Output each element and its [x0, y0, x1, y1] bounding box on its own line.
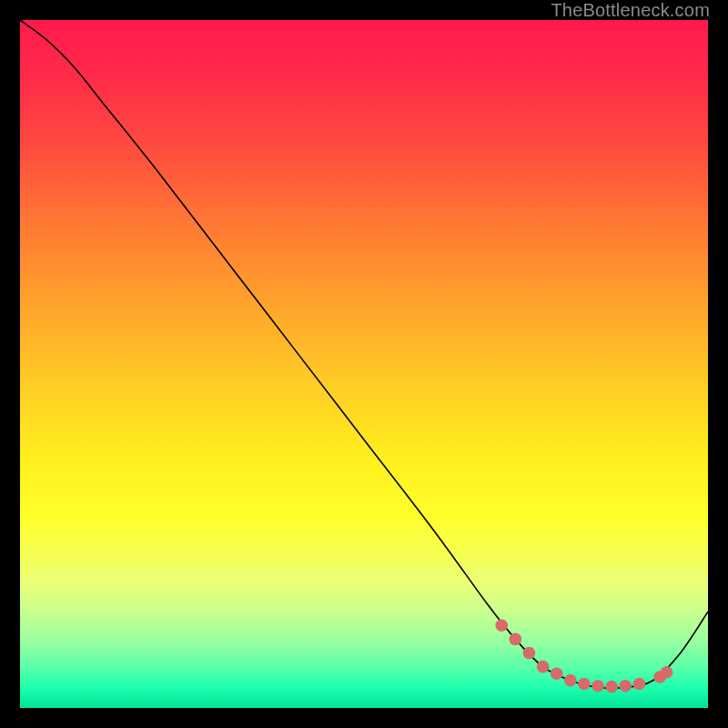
highlight-dot — [564, 674, 577, 687]
highlight-dot — [578, 678, 591, 691]
highlight-dot — [605, 681, 618, 693]
watermark-text: TheBottleneck.com — [551, 0, 710, 21]
highlight-dot — [551, 667, 563, 680]
highlight-dot — [592, 680, 604, 693]
highlight-dot — [661, 666, 673, 679]
highlight-dot — [510, 633, 522, 646]
chart-frame: TheBottleneck.com — [0, 0, 728, 728]
plot-area — [20, 20, 708, 708]
highlight-dot — [537, 661, 550, 673]
curve-layer — [20, 20, 708, 708]
bottleneck-curve — [20, 20, 708, 688]
highlight-dots — [495, 619, 672, 693]
highlight-dot — [619, 680, 632, 693]
highlight-dot — [633, 678, 646, 691]
highlight-dot — [495, 619, 508, 632]
highlight-dot — [523, 647, 536, 660]
